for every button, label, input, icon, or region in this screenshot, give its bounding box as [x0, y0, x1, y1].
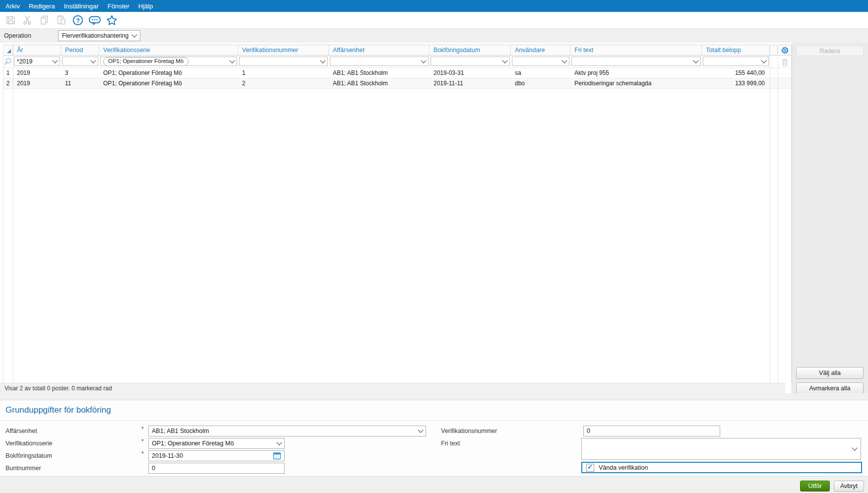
paste-button[interactable]	[55, 13, 67, 27]
cell-verifikationsserie: OP1; Operationer Företag Mö	[99, 68, 238, 78]
operation-label: Operation	[4, 29, 31, 43]
select-all-button[interactable]: Välj alla	[796, 367, 864, 379]
cell-verifikationsserie: OP1; Operationer Företag Mö	[99, 78, 238, 88]
column-header-ar[interactable]: År	[13, 45, 61, 55]
chevron-down-icon	[421, 58, 426, 63]
menu-item-fonster[interactable]: Fönster	[108, 2, 129, 10]
table-row[interactable]: 2 2019 11 OP1; Operationer Företag Mö 2 …	[3, 78, 792, 89]
grid-border-line	[778, 45, 778, 383]
column-header-period[interactable]: Period	[61, 45, 99, 55]
menu-bar: Arkiv Redigera Inställningar Fönster Hjä…	[0, 0, 868, 12]
chevron-down-icon	[561, 58, 567, 63]
menu-item-arkiv[interactable]: Arkiv	[5, 2, 20, 10]
save-icon	[5, 14, 16, 26]
filter-series-chip[interactable]: OP1; Operationer Företag Mö	[103, 57, 188, 66]
toolbar: ?	[0, 12, 868, 28]
verifikationsserie-value: OP1; Operationer Företag Mö	[152, 440, 234, 447]
cell-totalt-belopp: 155 440,00	[702, 68, 770, 78]
column-header-affarsenhet[interactable]: Affärsenhet	[329, 45, 430, 55]
column-header-verifikationsserie[interactable]: Verifikationsserie	[99, 45, 238, 55]
save-button[interactable]	[4, 13, 17, 27]
buntnummer-label: Buntnummer	[5, 463, 41, 474]
filter-ar[interactable]: *2019	[14, 57, 60, 66]
verifikationsnummer-value: 0	[587, 428, 590, 434]
required-mark: *	[141, 438, 144, 444]
buntnummer-input[interactable]: 0	[148, 463, 285, 474]
filter-spacer	[770, 56, 778, 67]
star-icon	[106, 14, 118, 26]
filter-totalt-belopp[interactable]	[703, 57, 769, 66]
gear-icon	[780, 46, 790, 55]
bokforingsdatum-input[interactable]: 2019-11-30	[148, 450, 285, 461]
filter-period[interactable]	[62, 57, 98, 66]
filter-bokforingsdatum[interactable]	[431, 57, 510, 66]
affarsenhet-select[interactable]: AB1; AB1 Stockholm	[148, 426, 426, 436]
verifikationsnummer-input[interactable]: 0	[583, 426, 720, 436]
delete-button[interactable]: Radera	[796, 46, 864, 56]
menu-item-hjalp[interactable]: Hjälp	[138, 2, 153, 10]
chevron-down-icon	[418, 427, 423, 432]
column-header-fri-text[interactable]: Fri text	[570, 45, 702, 55]
vanda-verifikation-label: Vända verifikation	[599, 464, 648, 471]
help-button[interactable]: ?	[71, 13, 84, 27]
chevron-down-icon	[276, 439, 282, 445]
comments-button[interactable]	[88, 13, 101, 27]
application-window: Arkiv Redigera Inställningar Fönster Hjä…	[0, 0, 868, 493]
chevron-down-icon	[761, 58, 766, 63]
booking-basics-section: Grunduppgifter för bokföring Affärsenhet…	[0, 400, 868, 476]
cell-period: 11	[61, 78, 99, 88]
calendar-icon[interactable]	[273, 452, 281, 460]
copy-button[interactable]	[38, 13, 51, 27]
execute-button[interactable]: Utför	[800, 481, 830, 492]
filter-anvandare[interactable]	[512, 57, 569, 66]
clear-filters-button[interactable]	[778, 56, 792, 67]
header-spacer	[770, 45, 778, 55]
paste-icon	[56, 14, 67, 26]
chevron-down-icon	[229, 58, 235, 63]
grid-settings-button[interactable]	[778, 45, 792, 55]
column-header-anvandare[interactable]: Användare	[511, 45, 570, 55]
cell-row-number: 2	[3, 78, 13, 88]
filter-verifikationsnummer[interactable]	[239, 57, 328, 66]
deselect-all-button[interactable]: Avmarkera alla	[796, 382, 864, 394]
verifikationsserie-select[interactable]: OP1; Operationer Företag Mö	[148, 438, 285, 449]
table-row[interactable]: 1 2019 3 OP1; Operationer Företag Mö 1 A…	[3, 68, 792, 78]
copy-icon	[39, 14, 50, 26]
filter-fri-text[interactable]	[571, 57, 701, 66]
scissors-icon	[22, 14, 33, 26]
cell-ar: 2019	[13, 68, 61, 78]
verifikationsnummer-label: Verifikationsnummer	[441, 426, 497, 436]
column-header-verifikationsnummer[interactable]: Verifikationsnummer	[238, 45, 329, 55]
menu-item-redigera[interactable]: Redigera	[29, 2, 55, 10]
section-divider	[0, 393, 868, 400]
filter-affarsenhet[interactable]	[330, 57, 429, 66]
footer-bar: Utför Avbryt	[0, 476, 868, 493]
fri-text-select[interactable]	[581, 438, 861, 460]
cell-row-number: 1	[3, 68, 13, 78]
favorite-button[interactable]	[105, 13, 118, 27]
cancel-button[interactable]: Avbryt	[834, 481, 864, 492]
filter-verifikationsserie[interactable]: OP1; Operationer Företag Mö	[100, 57, 237, 66]
cell-verifikationsnummer: 1	[238, 68, 329, 78]
help-icon: ?	[72, 14, 84, 26]
trash-icon	[780, 58, 790, 67]
select-all-corner[interactable]	[3, 45, 13, 55]
cut-button[interactable]	[21, 13, 34, 27]
grid-filter-row: *2019 OP1; Operationer Företag Mö	[3, 56, 792, 68]
operation-select[interactable]: Flerverifikationshantering	[58, 30, 140, 41]
column-header-bokforingsdatum[interactable]: Bokföringsdatum	[430, 45, 511, 55]
search-icon	[3, 57, 12, 66]
filter-search-cell	[3, 56, 13, 67]
affarsenhet-label: Affärsenhet	[5, 426, 37, 436]
grid-border-line	[791, 45, 792, 383]
grid-border-line	[770, 45, 770, 383]
comment-bubble-icon	[88, 14, 101, 26]
vanda-verifikation-checkbox[interactable]	[586, 464, 594, 472]
column-header-totalt-belopp[interactable]: Totalt belopp	[702, 45, 770, 55]
grid-border-line	[3, 45, 3, 383]
cell-spacer	[770, 68, 778, 78]
cell-totalt-belopp: 133 999,00	[702, 78, 770, 88]
menu-item-installningar[interactable]: Inställningar	[64, 2, 99, 10]
cell-bokforingsdatum: 2019-11-11	[430, 78, 511, 88]
operation-row: Operation Flerverifikationshantering	[0, 28, 868, 43]
